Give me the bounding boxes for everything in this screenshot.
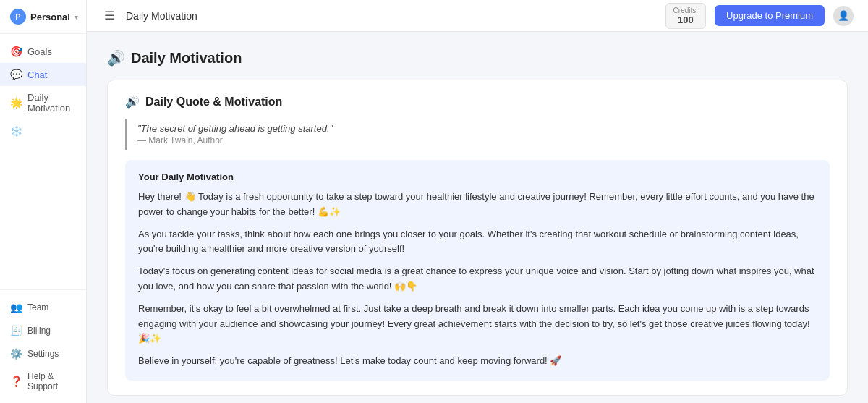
credits-label: Credits:: [673, 7, 698, 14]
sidebar-item-label: Chat: [27, 69, 47, 80]
chevron-down-icon: ▾: [75, 13, 78, 21]
help-icon: ❓: [10, 376, 22, 387]
page-title-text: Daily Motivation: [131, 50, 242, 67]
settings-icon: ⚙️: [10, 348, 22, 360]
sidebar-item-help[interactable]: ❓ Help & Support: [0, 365, 86, 397]
content-area: 🔊 Daily Motivation 🔊 Daily Quote & Motiv…: [87, 32, 868, 403]
sidebar-item-label: Daily Motivation: [27, 92, 76, 114]
motivation-para-4: Remember, it's okay to feel a bit overwh…: [138, 302, 817, 347]
motivation-para-2: As you tackle your tasks, think about ho…: [138, 227, 817, 258]
daily-quote-icon: 🔊: [125, 95, 140, 109]
page-title-icon: 🔊: [107, 49, 125, 67]
sidebar-bottom: 👥 Team 🧾 Billing ⚙️ Settings ❓ Help & Su…: [0, 289, 86, 403]
credits-value: 100: [678, 14, 694, 25]
billing-icon: 🧾: [10, 325, 22, 336]
sidebar-item-chat[interactable]: 💬 Chat: [0, 63, 86, 86]
sidebar-nav: 🎯 Goals 💬 Chat 🌟 Daily Motivation ❄️: [0, 34, 86, 289]
avatar: P: [10, 9, 26, 25]
quote-block: "The secret of getting ahead is getting …: [125, 119, 830, 150]
sidebar-item-billing[interactable]: 🧾 Billing: [0, 319, 86, 342]
sidebar-item-label: Goals: [27, 46, 52, 57]
motivation-heading: Your Daily Motivation: [138, 171, 817, 182]
snowflake-icon: ❄️: [10, 125, 22, 137]
sidebar-item-label: Settings: [27, 349, 59, 359]
sidebar-toggle-icon[interactable]: ☰: [101, 6, 117, 25]
chat-icon: 💬: [10, 69, 22, 80]
motivation-box: Your Daily Motivation Hey there! 👋 Today…: [125, 160, 830, 381]
sidebar-item-label: Billing: [27, 326, 51, 336]
user-avatar-icon[interactable]: 👤: [833, 6, 854, 26]
motivation-icon: 🌟: [10, 97, 22, 109]
sidebar-item-snowflake[interactable]: ❄️: [0, 119, 86, 143]
sidebar-item-settings[interactable]: ⚙️ Settings: [0, 342, 86, 365]
main-area: ☰ Daily Motivation Credits: 100 Upgrade …: [87, 0, 868, 403]
sidebar: P Personal ▾ 🎯 Goals 💬 Chat 🌟 Daily Moti…: [0, 0, 87, 403]
sidebar-item-team[interactable]: 👥 Team: [0, 296, 86, 319]
sidebar-item-label: Help & Support: [27, 371, 76, 391]
upgrade-button[interactable]: Upgrade to Premium: [715, 5, 825, 26]
sidebar-item-goals[interactable]: 🎯 Goals: [0, 40, 86, 63]
goals-icon: 🎯: [10, 46, 22, 57]
daily-quote-card: 🔊 Daily Quote & Motivation "The secret o…: [107, 80, 848, 396]
page-title: 🔊 Daily Motivation: [107, 49, 848, 67]
credits-badge: Credits: 100: [665, 3, 706, 29]
team-icon: 👥: [10, 302, 22, 313]
topbar-title: Daily Motivation: [126, 10, 657, 22]
daily-quote-title-text: Daily Quote & Motivation: [145, 96, 282, 109]
motivation-para-5: Believe in yourself; you're capable of g…: [138, 354, 817, 369]
daily-quote-title: 🔊 Daily Quote & Motivation: [125, 95, 830, 109]
sidebar-item-daily-motivation[interactable]: 🌟 Daily Motivation: [0, 86, 86, 119]
sidebar-brand[interactable]: P Personal ▾: [0, 0, 86, 34]
topbar: ☰ Daily Motivation Credits: 100 Upgrade …: [87, 0, 868, 32]
motivation-para-1: Hey there! 👋 Today is a fresh opportunit…: [138, 190, 817, 220]
brand-name: Personal: [30, 12, 70, 22]
quote-author: — Mark Twain, Author: [137, 135, 820, 145]
quote-text: "The secret of getting ahead is getting …: [137, 123, 820, 134]
motivation-para-3: Today's focus on generating content idea…: [138, 264, 817, 294]
sidebar-item-label: Team: [27, 302, 48, 313]
